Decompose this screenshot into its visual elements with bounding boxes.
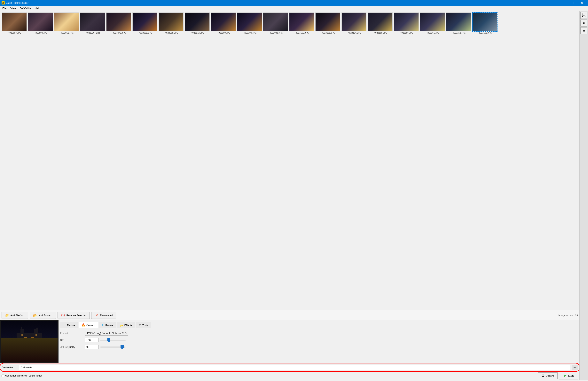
- minimize-button[interactable]: —: [560, 0, 568, 6]
- maximize-button[interactable]: □: [568, 0, 577, 6]
- thumbnail-item[interactable]: _4023150.JPG: [289, 13, 314, 34]
- thumbnail-label: _4023151.JPG: [321, 32, 335, 34]
- thumbnail-label: _4023180.JPG: [216, 32, 230, 34]
- thumbnail-item[interactable]: _4023172.JPG: [185, 13, 210, 34]
- title-bar: BP Batch Picture Resizer — □ ✕: [0, 0, 588, 6]
- folder-structure-label: Use folder structure in output folder: [5, 374, 42, 377]
- start-arrow-icon: ➤: [563, 373, 567, 378]
- svg-point-15: [5, 324, 5, 324]
- thumbnail-item[interactable]: _4023155.JPG: [367, 13, 393, 34]
- thumbnail-item[interactable]: _4023180.JPG: [211, 13, 236, 34]
- thumbnail-item[interactable]: _4022911.JPG: [54, 13, 79, 34]
- thumbnail-item[interactable]: _4023081.JPG: [132, 13, 158, 34]
- images-count: Images count: 19: [558, 314, 578, 317]
- options-gear-icon: ⚙: [541, 374, 545, 378]
- thumbnail-image: [2, 13, 27, 31]
- svg-rect-1: [1, 347, 58, 362]
- thumbnail-image: [211, 13, 236, 31]
- thumbnail-image: [394, 13, 419, 31]
- bottom-bar: Use folder structure in output folder ⚙ …: [0, 371, 579, 380]
- menu-softorbits[interactable]: SoftOrbits: [18, 6, 33, 10]
- list-view-icon: ≡: [583, 21, 585, 24]
- thumbnail-image: [368, 13, 393, 31]
- remove-selected-icon: 🚫: [61, 313, 65, 318]
- thumbnail-label: _4023155.JPG: [373, 32, 387, 34]
- thumbnail-item[interactable]: _4022893.JPG: [1, 13, 27, 34]
- list-view-button[interactable]: ≡: [580, 20, 588, 26]
- add-folder-icon: 📂: [33, 313, 37, 318]
- browse-button[interactable]: ✏: [572, 365, 578, 370]
- thumbnail-label: _4023156.JPG: [399, 32, 413, 34]
- thumbnail-image: [341, 13, 366, 31]
- thumbnail-image: [132, 13, 157, 31]
- options-button[interactable]: ⚙ Options: [538, 372, 558, 379]
- thumbnail-view-button[interactable]: 🖼: [580, 12, 588, 19]
- thumbnail-item[interactable]: _4023163.JPG: [472, 13, 497, 34]
- thumbnail-item[interactable]: _4022983.JPG: [263, 13, 288, 34]
- tab-convert[interactable]: 🔥 Convert: [79, 322, 98, 328]
- add-folder-button[interactable]: 📂 Add Folder...: [30, 312, 56, 319]
- grid-view-button[interactable]: ▦: [580, 27, 588, 34]
- jpeg-quality-input[interactable]: [85, 345, 99, 349]
- svg-rect-0: [1, 321, 58, 362]
- thumbnail-item[interactable]: _4023075.JPG: [106, 13, 131, 34]
- tab-tools[interactable]: ⚙ Tools: [136, 322, 151, 328]
- thumbnail-image: [472, 13, 497, 31]
- thumbnail-image: [263, 13, 288, 31]
- thumbnail-label: _4023190.JPG: [242, 32, 256, 34]
- remove-selected-button[interactable]: 🚫 Remove Selected: [58, 312, 90, 319]
- svg-rect-2: [17, 333, 42, 349]
- thumbnail-image: [106, 13, 131, 31]
- destination-bar: Destination ✏: [0, 363, 579, 371]
- svg-point-16: [13, 326, 13, 326]
- format-select[interactable]: PNG (*.png) Portable Network Graph JPEG …: [85, 331, 128, 336]
- add-files-button[interactable]: 📁 Add File(s)...: [1, 312, 28, 319]
- effects-icon: ✨: [120, 323, 124, 327]
- thumbnail-item[interactable]: _4022926_1.jpg: [80, 13, 105, 34]
- start-button[interactable]: ➤ Start: [559, 372, 578, 380]
- svg-point-18: [50, 327, 50, 327]
- thumbnail-label: _4023075.JPG: [112, 32, 126, 34]
- action-buttons: ⚙ Options ➤ Start: [538, 372, 578, 380]
- thumbnail-item[interactable]: _4023151.JPG: [315, 13, 340, 34]
- thumbnail-grid[interactable]: _4022893.JPG_4022894.JPG_4022911.JPG_402…: [0, 11, 579, 310]
- close-button[interactable]: ✕: [577, 0, 587, 6]
- jpeg-quality-slider-thumb[interactable]: [121, 345, 124, 349]
- thumbnail-label: _4023150.JPG: [294, 32, 309, 34]
- jpeg-quality-control: [85, 345, 578, 349]
- tab-resize[interactable]: ↔ Resize: [60, 322, 78, 328]
- thumbnail-item[interactable]: _4023085.JPG: [158, 13, 184, 34]
- window-controls: — □ ✕: [560, 0, 587, 6]
- thumbnail-label: _4023162.JPG: [451, 32, 465, 34]
- tab-rotate[interactable]: ↻ Rotate: [99, 322, 116, 328]
- thumbnail-image: [54, 13, 79, 31]
- tab-effects[interactable]: ✨ Effects: [117, 322, 135, 328]
- dpi-label: DPI: [60, 339, 84, 342]
- thumbnail-label: _4023154.JPG: [347, 32, 361, 34]
- menu-help[interactable]: Help: [33, 6, 42, 10]
- preview-svg: [1, 321, 58, 362]
- jpeg-quality-label: JPEG Quality: [60, 345, 84, 348]
- right-sidebar: 🖼 ≡ ▦: [579, 11, 588, 380]
- svg-point-17: [40, 323, 40, 323]
- thumbnail-item[interactable]: _4023154.JPG: [341, 13, 367, 34]
- jpeg-quality-slider-track: [100, 346, 126, 348]
- thumbnail-label: _4022894.JPG: [33, 32, 47, 34]
- menu-bar: File View SoftOrbits Help: [0, 6, 588, 11]
- menu-file[interactable]: File: [1, 6, 8, 10]
- thumbnail-image: [80, 13, 105, 31]
- thumbnail-item[interactable]: _4023190.JPG: [237, 13, 262, 34]
- dpi-slider-track: [100, 340, 126, 341]
- dpi-input[interactable]: [85, 338, 99, 342]
- thumbnail-item[interactable]: _4022894.JPG: [28, 13, 53, 34]
- folder-structure-checkbox[interactable]: [1, 375, 4, 377]
- menu-view[interactable]: View: [9, 6, 17, 10]
- thumbnail-image: [185, 13, 210, 31]
- dpi-slider-thumb[interactable]: [107, 338, 110, 342]
- thumbnail-item[interactable]: _4023162.JPG: [446, 13, 471, 34]
- format-label: Format: [60, 332, 84, 335]
- thumbnail-item[interactable]: _4023161.JPG: [420, 13, 445, 34]
- remove-all-button[interactable]: ✕ Remove All: [91, 312, 116, 319]
- destination-input[interactable]: [19, 365, 570, 370]
- thumbnail-item[interactable]: _4023156.JPG: [394, 13, 419, 34]
